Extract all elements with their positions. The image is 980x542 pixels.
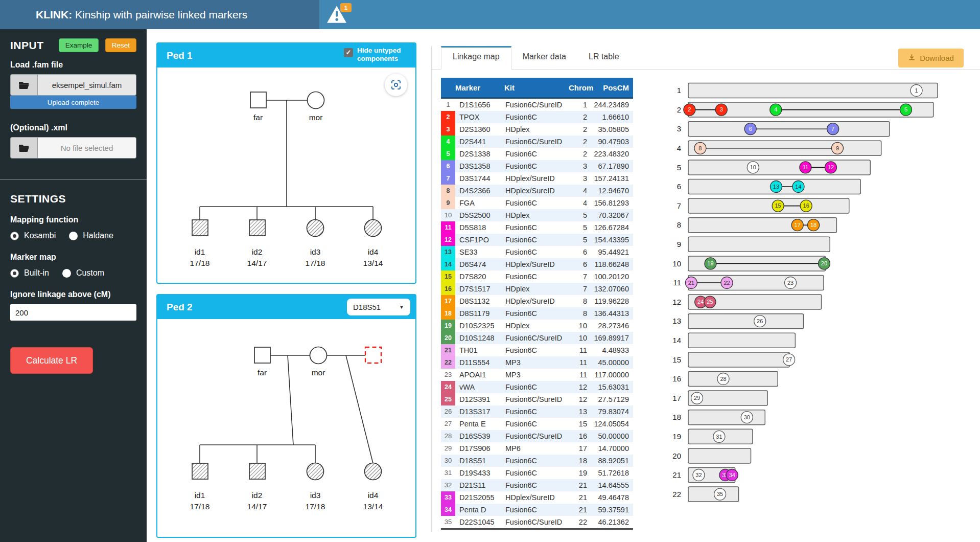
- chromosome-bar: [688, 314, 803, 329]
- row-index-badge: 6: [441, 160, 455, 172]
- chromosome-label: 18: [672, 413, 681, 421]
- marker-circle-number: 35: [717, 491, 723, 497]
- upload-progress-bar: Upload complete: [10, 96, 136, 109]
- linkage-map-plot: 1122345367489510111261314715168171891019…: [665, 78, 961, 510]
- cell-kit: Fusion6C: [504, 455, 569, 467]
- radio-builtin-label[interactable]: Built-in: [24, 268, 49, 278]
- ped2-pedigree: far mor id1 17/18 id2 14/17 id3 17/18 id…: [157, 319, 415, 537]
- tab-linkage-map[interactable]: Linkage map: [441, 46, 511, 70]
- folder-icon[interactable]: [11, 75, 38, 95]
- chromosome-row: 21323334: [672, 468, 738, 483]
- radio-kosambi[interactable]: [10, 232, 19, 240]
- example-button[interactable]: Example: [59, 38, 99, 52]
- xml-file-picker[interactable]: No file selected: [10, 137, 136, 159]
- chromosome-label: 5: [677, 163, 681, 172]
- folder-icon[interactable]: [11, 138, 38, 158]
- table-row: 12CSF1POFusion6C5154.43395: [441, 234, 633, 246]
- cell-pos: 14.64555: [591, 479, 633, 491]
- fam-file-picker[interactable]: eksempel_simul.fam: [10, 74, 136, 96]
- xml-placeholder: No file selected: [38, 138, 136, 158]
- table-row: 15D7S820Fusion6C7100.20120: [441, 270, 633, 283]
- row-index-badge: 15: [441, 270, 455, 283]
- chromosome-label: 7: [677, 201, 681, 210]
- chromosome-row: 122425: [672, 295, 821, 309]
- ped2-child2-id: id2: [252, 491, 263, 500]
- col-header-kit[interactable]: Kit: [504, 78, 569, 98]
- marker-circle-number: 7: [831, 126, 834, 132]
- ped1-child4-id: id4: [368, 247, 379, 256]
- table-row: 24vWAFusion6C1215.63031: [441, 381, 633, 393]
- cell-chrom: 2: [569, 136, 591, 148]
- table-row: 4D2S441Fusion6C/SureID290.47903: [441, 136, 633, 148]
- chromosome-row: 20: [672, 448, 751, 463]
- cell-kit: HDplex: [504, 123, 569, 136]
- chromosome-row: 101920: [672, 256, 830, 271]
- input-section-title: INPUT: [10, 39, 44, 52]
- marker-circle-number: 34: [729, 472, 735, 478]
- radio-custom[interactable]: [62, 269, 71, 278]
- table-row: 33D21S2055HDplex/SureID2149.46478: [441, 491, 633, 504]
- cell-kit: MP3: [504, 369, 569, 381]
- cell-kit: Fusion6C: [504, 381, 569, 393]
- chromosome-row: 5101112: [677, 160, 871, 175]
- row-index-badge: 11: [441, 221, 455, 234]
- ped2-father-label: far: [258, 368, 267, 377]
- cell-marker: D17S906: [455, 442, 504, 455]
- table-row: 21TH01Fusion6C114.48933: [441, 344, 633, 356]
- warning-notification[interactable]: 1: [327, 6, 352, 26]
- cell-pos: 136.44313: [591, 307, 633, 320]
- cell-pos: 223.48320: [591, 148, 633, 160]
- download-label: Download: [920, 54, 954, 62]
- table-row: 22D11S554MP31145.00000: [441, 356, 633, 369]
- reset-button[interactable]: Reset: [105, 38, 136, 52]
- cell-pos: 45.00000: [591, 356, 633, 369]
- cell-kit: Fusion6C/SureID: [504, 332, 569, 344]
- cell-pos: 28.27346: [591, 320, 633, 332]
- ped1-child1-symbol: [192, 220, 208, 236]
- col-header-marker[interactable]: Marker: [455, 78, 504, 98]
- ignore-linkage-input[interactable]: [10, 304, 136, 321]
- download-button[interactable]: Download: [898, 49, 964, 67]
- radio-kosambi-label[interactable]: Kosambi: [24, 231, 56, 240]
- chromosome-bar: [688, 83, 938, 98]
- table-row: 10D5S2500HDplex570.32067: [441, 209, 633, 221]
- marker-circle-number: 1: [915, 87, 918, 94]
- col-header-chrom[interactable]: Chrom: [569, 78, 591, 98]
- row-index-badge: 27: [441, 418, 455, 430]
- cell-kit: Fusion6C: [504, 405, 569, 418]
- row-index-badge: 12: [441, 234, 455, 246]
- ped1-child1-id: id1: [195, 247, 205, 256]
- col-header-poscm[interactable]: PosCM: [591, 78, 633, 98]
- tab-lr-table[interactable]: LR table: [577, 46, 631, 69]
- ped2-child4-symbol: [365, 463, 382, 480]
- camera-focus-icon[interactable]: [385, 74, 407, 96]
- cell-marker: D10S2325: [455, 320, 504, 332]
- cell-kit: Fusion6C/SureID: [504, 393, 569, 405]
- ped1-panel: Ped 1 ✓ Hide untyped components: [156, 42, 416, 284]
- chromosome-label: 1: [677, 86, 681, 95]
- hide-untyped-checkbox-group[interactable]: ✓ Hide untyped components: [344, 47, 409, 62]
- cell-pos: 1.66610: [591, 111, 633, 123]
- radio-haldane[interactable]: [69, 232, 78, 240]
- chromosome-row: 71516: [677, 198, 849, 213]
- cell-kit: HDplex: [504, 283, 569, 295]
- cell-kit: Fusion6C: [504, 246, 569, 258]
- hide-untyped-checkbox[interactable]: ✓: [344, 48, 353, 57]
- cell-marker: D5S2500: [455, 209, 504, 221]
- chromosome-bar: [688, 198, 849, 213]
- tab-marker-data[interactable]: Marker data: [511, 46, 577, 69]
- radio-haldane-label[interactable]: Haldane: [83, 231, 113, 240]
- marker-circle-number: 27: [786, 356, 792, 363]
- radio-builtin[interactable]: [10, 269, 19, 278]
- cell-pos: 154.43395: [591, 234, 633, 246]
- marker-circle-number: 9: [836, 145, 839, 151]
- cell-marker: D2S441: [455, 136, 504, 148]
- chromosome-row: 1931: [672, 429, 753, 444]
- calculate-lr-button[interactable]: Calculate LR: [10, 347, 93, 374]
- cell-chrom: 7: [569, 283, 591, 295]
- chromosome-bar: [688, 160, 870, 175]
- cell-marker: D18S51: [455, 455, 504, 467]
- radio-custom-label[interactable]: Custom: [76, 268, 104, 278]
- row-index-badge: 29: [441, 442, 455, 455]
- marker-select-dropdown[interactable]: D18S51 ▼: [347, 299, 410, 315]
